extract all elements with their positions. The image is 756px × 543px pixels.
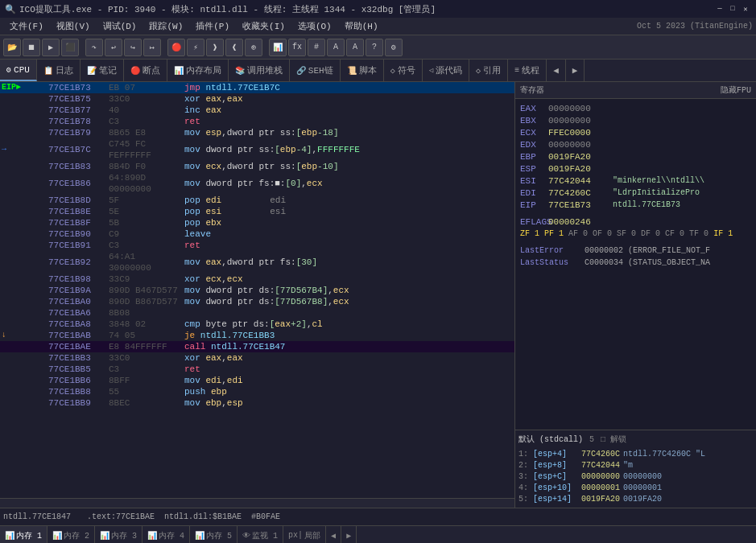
reg-value[interactable]: 77C42044 (548, 176, 613, 186)
reg-value[interactable]: FFEC0000 (548, 128, 613, 138)
tab-log[interactable]: 📋 日志 (37, 60, 81, 81)
disasm-instr: cmp byte ptr ds:[eax+2],cl (181, 319, 514, 330)
tab-source[interactable]: ◁ 源代码 (423, 60, 469, 81)
tab-memory-layout[interactable]: 📊 内存布局 (167, 60, 229, 81)
tb-font2[interactable]: A (346, 39, 364, 56)
tb-font[interactable]: A (327, 39, 345, 56)
tab-symbols[interactable]: ◇ 符号 (384, 60, 423, 81)
tab-extra2[interactable]: ▶ (566, 60, 585, 81)
fpu-toggle[interactable]: 隐藏FPU (721, 84, 751, 96)
disasm-addr: 77CE1BA6 (48, 307, 109, 319)
mem-tab-2[interactable]: 📊 内存 2 (48, 526, 95, 543)
disasm-addr: 77CE1B98 (48, 274, 109, 285)
menu-help[interactable]: 帮助(H) (338, 19, 385, 34)
maximize-button[interactable]: □ (727, 3, 738, 14)
tb-step-into[interactable]: ↷ (85, 39, 103, 56)
tab-seh-label: SEH链 (308, 64, 333, 76)
tb-open[interactable]: 📂 (3, 39, 21, 56)
disasm-arrow: ↓ (0, 330, 48, 341)
disasm-bytes: 55 (109, 386, 181, 397)
disasm-instr: inc eax (181, 105, 514, 116)
menu-options[interactable]: 选项(O) (291, 19, 338, 34)
tab-callstack-label: 调用堆栈 (247, 64, 283, 76)
tb-b2[interactable]: ❰ (225, 39, 243, 56)
mem-tab-4[interactable]: 📊 内存 4 (143, 526, 190, 543)
stdcall-idx: 1: (518, 450, 533, 459)
tab-seh[interactable]: 🔗 SEH链 (290, 60, 341, 81)
reg-name: EAX (520, 104, 548, 113)
stdcall-unlock[interactable]: □ 解锁 (601, 434, 626, 445)
flag-tf: TF 0 (689, 229, 708, 238)
infobar: ntdll.77CE1847 .text:77CE1BAE ntdl1.d1l:… (0, 508, 756, 525)
tb-restart[interactable]: ▶ (42, 39, 60, 56)
mem-tab-watch[interactable]: 👁 监视 1 (238, 526, 283, 543)
tb-fx[interactable]: fx (288, 39, 306, 56)
reg-value[interactable]: 0019FA20 (548, 152, 613, 162)
tb-step-out[interactable]: ↪ (124, 39, 142, 56)
reg-value[interactable]: 00000000 (548, 104, 613, 113)
tb-step-over[interactable]: ↩ (105, 39, 122, 56)
reg-value[interactable]: 77CE1B73 (548, 200, 613, 210)
tab-script[interactable]: 📜 脚本 (341, 60, 384, 81)
mem-tabbar: 📊 内存 1 📊 内存 2 📊 内存 3 📊 内存 4 📊 内存 5 👁 监视 … (0, 526, 756, 543)
disasm-bytes: C3 (109, 364, 181, 375)
menu-plugins[interactable]: 插件(P) (189, 19, 236, 34)
tb-save[interactable]: ⏹ (23, 39, 40, 56)
mem-label-watch: 监视 1 (252, 530, 278, 541)
disasm-bytes: 33C0 (109, 352, 181, 364)
tb-stop[interactable]: ⬛ (61, 39, 79, 56)
reg-value[interactable]: 00000000 (548, 140, 613, 150)
tb-bp[interactable]: 🔴 (167, 39, 185, 56)
disasm-hscroll[interactable] (0, 498, 514, 508)
menu-trace[interactable]: 跟踪(W) (143, 19, 189, 34)
disasm-instr: xor ecx,ecx (181, 274, 514, 285)
stdcall-entry: 2: [esp+8] 77C42044 "m (518, 459, 753, 471)
tb-hash[interactable]: # (308, 39, 325, 56)
minimize-button[interactable]: ─ (714, 3, 725, 14)
reg-value[interactable]: 77C4260C (548, 188, 613, 198)
menu-file[interactable]: 文件(F) (3, 19, 50, 34)
reg-value[interactable]: 0019FA20 (548, 164, 613, 174)
disasm-instr: ret (181, 116, 514, 127)
close-button[interactable]: ✕ (740, 3, 751, 14)
mem-tab-locals[interactable]: px| 局部 (283, 526, 326, 543)
tb-b3[interactable]: ⊕ (245, 39, 262, 56)
disasm-view[interactable]: EIP► 77CE1B73 EB 07 jmp ntdll.77CE1B7C 7… (0, 82, 514, 498)
menu-favorites[interactable]: 收藏夹(I) (236, 19, 291, 34)
tb-extra[interactable]: ⚙ (385, 39, 403, 56)
flag-af: AF 0 (568, 229, 588, 238)
tb-trace[interactable]: ⚡ (187, 39, 204, 56)
mem-tab-5[interactable]: 📊 内存 5 (190, 526, 238, 543)
menu-view[interactable]: 视图(V) (50, 19, 97, 34)
disasm-addr: 77CE1B73 (48, 82, 109, 93)
reg-value[interactable]: 00000000 (548, 116, 613, 125)
mem-tab-scroll-right[interactable]: ▶ (341, 526, 357, 543)
tb-mem1[interactable]: 📊 (269, 39, 287, 56)
stdcall-select-label: 默认 (stdcall) (518, 434, 583, 445)
tab-callstack[interactable]: 📚 调用堆栈 (229, 60, 290, 81)
tab-breakpoints[interactable]: 🔴 断点 (124, 60, 167, 81)
disasm-instr: je ntdll.77CE1BB3 (181, 330, 514, 341)
tab-cpu[interactable]: ⚙ CPU (0, 60, 37, 81)
mem-tab-3[interactable]: 📊 内存 3 (95, 526, 143, 543)
registers-header: 寄存器 隐藏FPU (515, 82, 756, 99)
reg-row-edi: EDI 77C4260C "LdrpInitializePro (520, 187, 751, 199)
tab-notes[interactable]: 📝 笔记 (81, 60, 124, 81)
mem-tab-1[interactable]: 📊 内存 1 (0, 526, 48, 543)
mem-tab-scroll-left[interactable]: ◀ (326, 526, 341, 543)
disasm-instr: ret (181, 364, 514, 375)
disasm-arrow (0, 364, 48, 375)
tab-cpu-label: CPU (14, 65, 30, 75)
tab-extra1[interactable]: ◀ (547, 60, 566, 81)
disasm-instr: mov ecx,dword ptr ss:[ebp-10] (181, 161, 514, 172)
menu-debug[interactable]: 调试(D) (97, 19, 143, 34)
tab-refs[interactable]: ◇ 引用 (469, 60, 508, 81)
refs-icon: ◇ (476, 66, 481, 76)
reg-name: EIP (520, 200, 548, 210)
tb-help[interactable]: ? (366, 39, 383, 56)
tb-run-to[interactable]: ↦ (143, 39, 161, 56)
tb-b1[interactable]: ❱ (206, 39, 224, 56)
tab-threads[interactable]: ≡ 线程 (508, 60, 547, 81)
mem-label-2: 内存 2 (64, 530, 89, 541)
disasm-arrow (0, 93, 48, 105)
